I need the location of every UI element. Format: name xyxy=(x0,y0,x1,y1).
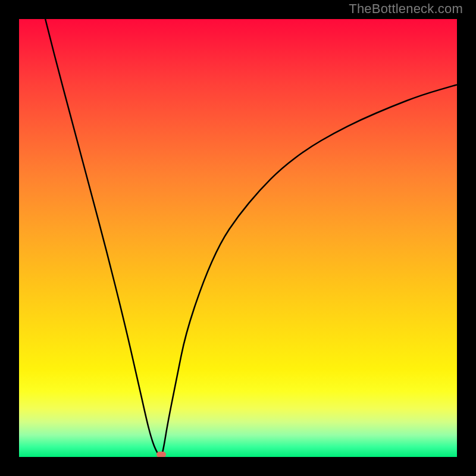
chart-frame: TheBottleneck.com xyxy=(0,0,476,476)
bottleneck-curve xyxy=(19,19,457,457)
watermark-text: TheBottleneck.com xyxy=(349,1,463,17)
curve-line xyxy=(45,19,457,456)
plot-area xyxy=(19,19,457,457)
optimum-marker xyxy=(156,452,166,457)
